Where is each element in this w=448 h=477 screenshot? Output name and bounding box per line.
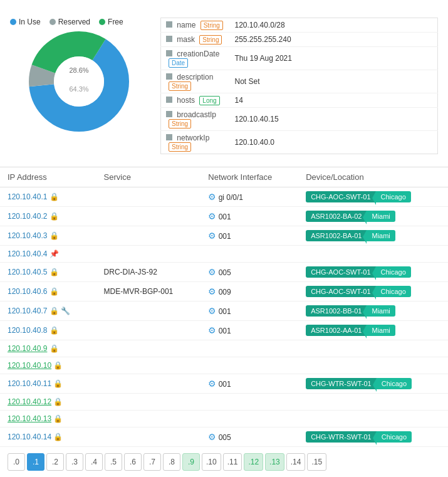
table-row: 120.10.40.11 🔒 ⚙ 001 CHG-WTR-SWT-01 Chic…: [0, 374, 448, 394]
device-cell: ASR1002-BA-01 Miami: [298, 226, 448, 246]
ip-link[interactable]: 120.10.40.14: [8, 432, 51, 441]
net-cell: ⚙ 005: [201, 263, 298, 282]
pie-chart: 28.6% 64.3%: [29, 31, 129, 132]
info-field-value: Thu 19 Aug 2021: [230, 47, 438, 70]
device-badge[interactable]: ASR1002-AA-01: [306, 325, 367, 336]
ip-link[interactable]: 120.10.40.11: [8, 379, 51, 388]
page-button[interactable]: .9: [182, 453, 200, 471]
page-button[interactable]: .12: [244, 453, 263, 471]
device-badge[interactable]: ASR1002-BA-01: [306, 230, 367, 241]
network-icon: ⚙: [208, 379, 216, 389]
legend-in-use: In Use: [10, 18, 41, 26]
field-icon: [166, 134, 172, 140]
page-button[interactable]: .0: [8, 453, 25, 471]
device-badge[interactable]: CHG-WTR-SWT-01: [306, 378, 377, 389]
device-badge[interactable]: CHG-AOC-SWT-01: [306, 286, 375, 297]
device-cell: [298, 411, 448, 427]
network-icon: ⚙: [208, 286, 216, 296]
ip-cell: 120.10.40.5 🔒: [0, 263, 96, 282]
page-button[interactable]: .2: [46, 453, 64, 471]
page-button[interactable]: .14: [286, 453, 306, 471]
page-button[interactable]: .5: [105, 453, 122, 471]
device-badge[interactable]: ASR1002-BB-01: [306, 305, 367, 317]
location-badge[interactable]: Chicago: [376, 266, 411, 278]
device-badge-wrap: CHG-AOC-SWT-01 Chicago: [306, 286, 440, 297]
ip-cell: 120.10.40.12 🔒: [0, 394, 96, 411]
device-badge[interactable]: CHG-WTR-SWT-01: [306, 431, 377, 443]
page-button[interactable]: .10: [202, 453, 221, 471]
table-row: 120.10.40.13 🔒: [0, 411, 448, 427]
service-cell: [96, 207, 201, 226]
network-icon: ⚙: [208, 231, 216, 241]
page-button[interactable]: .6: [124, 453, 142, 471]
device-badge[interactable]: ASR1002-BA-02: [306, 211, 367, 222]
page-button[interactable]: .8: [163, 453, 180, 471]
field-icon: [166, 36, 172, 42]
location-badge[interactable]: Chicago: [377, 431, 412, 443]
type-badge: String: [169, 119, 191, 128]
ip-link[interactable]: 120.10.40.8: [8, 326, 47, 335]
page-button[interactable]: .15: [307, 453, 326, 471]
device-badge[interactable]: CHG-AOC-SWT-01: [306, 191, 375, 202]
ip-cell: 120.10.40.6 🔒: [0, 282, 96, 301]
ip-link[interactable]: 120.10.40.12: [8, 397, 51, 406]
location-badge[interactable]: Miami: [367, 325, 395, 336]
device-cell: [298, 357, 448, 374]
page-button[interactable]: .4: [85, 453, 103, 471]
location-badge[interactable]: Miami: [367, 305, 395, 317]
info-field-value: 255.255.255.240: [230, 33, 438, 47]
service-cell: [96, 246, 201, 263]
service-cell: [96, 301, 201, 321]
ip-cell: 120.10.40.13 🔒: [0, 411, 96, 427]
ip-link[interactable]: 120.10.40.10: [8, 361, 51, 370]
device-badge-wrap: CHG-AOC-SWT-01 Chicago: [306, 191, 440, 202]
device-cell: [298, 340, 448, 357]
legend-label-reserved: Reserved: [58, 18, 90, 26]
location-badge[interactable]: Miami: [367, 211, 395, 222]
page-button[interactable]: .3: [66, 453, 83, 471]
ip-link[interactable]: 120.10.40.5: [8, 268, 47, 276]
ip-link[interactable]: 120.10.40.9: [8, 344, 47, 353]
col-header-service: Service: [96, 167, 201, 187]
info-field-name: networkIp String: [161, 131, 230, 154]
ip-link[interactable]: 120.10.40.1: [8, 192, 47, 201]
field-icon: [166, 97, 172, 103]
field-icon: [166, 21, 172, 28]
col-header-ip: IP Address: [0, 167, 96, 187]
net-cell: ⚙ 001: [201, 207, 298, 226]
table-row: 120.10.40.1 🔒 ⚙ gi 0/0/1 CHG-AOC-SWT-01 …: [0, 187, 448, 207]
device-cell: [298, 394, 448, 411]
info-row: mask String 255.255.255.240: [161, 33, 438, 47]
ip-cell: 120.10.40.9 🔒: [0, 340, 96, 357]
page-button[interactable]: .1: [27, 453, 44, 471]
page-button[interactable]: .13: [265, 453, 284, 471]
ip-link[interactable]: 120.10.40.2: [8, 212, 47, 221]
device-cell: CHG-AOC-SWT-01 Chicago: [298, 282, 448, 301]
location-badge[interactable]: Chicago: [376, 191, 411, 202]
info-field-value: 120.10.40.0/28: [230, 18, 438, 33]
net-cell: ⚙ 005: [201, 427, 298, 447]
network-icon: ⚙: [208, 306, 216, 316]
location-badge[interactable]: Miami: [367, 230, 395, 241]
ip-link[interactable]: 120.10.40.4: [8, 249, 47, 258]
network-icon: ⚙: [208, 267, 216, 277]
ip-link[interactable]: 120.10.40.13: [8, 414, 51, 423]
device-badge[interactable]: CHG-AOC-SWT-01: [306, 266, 375, 278]
ip-link[interactable]: 120.10.40.6: [8, 287, 47, 296]
service-cell: [96, 357, 201, 374]
ip-link[interactable]: 120.10.40.7: [8, 307, 47, 315]
ip-cell: 120.10.40.11 🔒: [0, 374, 96, 394]
location-badge[interactable]: Chicago: [376, 286, 411, 297]
legend-dot-free: [99, 19, 105, 25]
page-button[interactable]: .7: [143, 453, 161, 471]
ip-link[interactable]: 120.10.40.3: [8, 231, 47, 240]
page-button[interactable]: .11: [223, 453, 242, 471]
location-badge[interactable]: Chicago: [377, 378, 412, 389]
device-cell: CHG-WTR-SWT-01 Chicago: [298, 427, 448, 447]
service-cell: [96, 411, 201, 427]
service-cell: DRC-DIA-JS-92: [96, 263, 201, 282]
info-row: creationDate Date Thu 19 Aug 2021: [161, 47, 438, 70]
type-badge: Date: [169, 58, 188, 68]
type-badge: String: [169, 81, 191, 91]
device-badge-wrap: ASR1002-BA-01 Miami: [306, 230, 440, 241]
